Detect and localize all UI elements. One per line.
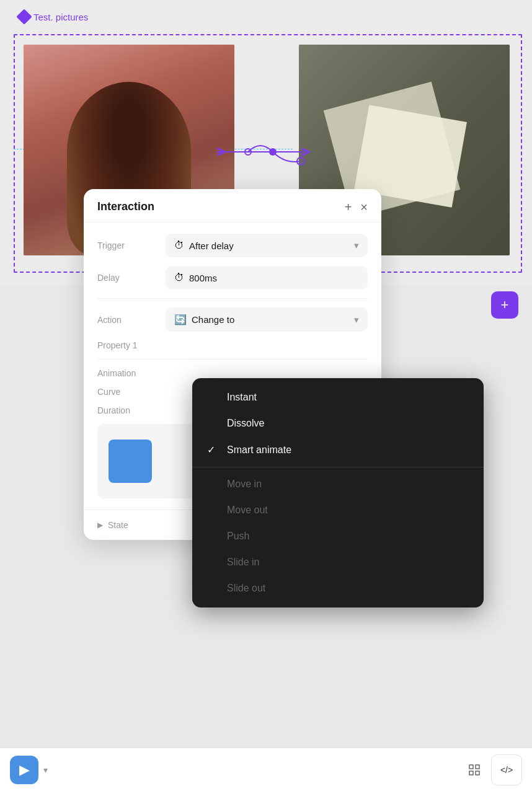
bottom-toolbar: ▶ ▾ </> [0, 748, 532, 791]
menu-item-move-out[interactable]: Move out [192, 497, 484, 523]
add-icon: + [501, 297, 509, 313]
move-out-label: Move out [227, 505, 268, 516]
close-panel-button[interactable]: × [360, 201, 368, 213]
canvas-title: Test. pictures [33, 12, 88, 22]
delay-control: ⏱ 800ms [166, 266, 368, 289]
toolbar-chevron-icon[interactable]: ▾ [43, 765, 48, 775]
state-chevron-icon: ▶ [97, 521, 103, 529]
svg-rect-6 [476, 765, 479, 769]
animation-row: Animation [97, 368, 368, 378]
trigger-value: After delay [189, 241, 234, 251]
add-interaction-button[interactable]: + [345, 201, 352, 213]
action-icon: 🔄 [174, 314, 187, 325]
panel-title: Interaction [97, 200, 154, 213]
move-in-check-icon [207, 479, 219, 490]
menu-item-instant[interactable]: Instant [192, 384, 484, 410]
action-value: Change to [192, 314, 234, 325]
svg-rect-5 [469, 765, 473, 769]
menu-item-slide-out[interactable]: Slide out [192, 575, 484, 601]
duration-label: Duration [97, 405, 166, 415]
delay-label: Delay [97, 273, 166, 283]
toolbar-code-button[interactable]: </> [491, 754, 522, 785]
menu-item-push[interactable]: Push [192, 523, 484, 549]
slide-out-check-icon [207, 583, 219, 594]
dissolve-label: Dissolve [227, 418, 264, 429]
toolbar-logo-icon: ▶ [19, 762, 30, 778]
code-icon: </> [500, 765, 513, 775]
delay-row: Delay ⏱ 800ms [97, 266, 368, 289]
slide-in-label: Slide in [227, 557, 259, 568]
push-check-icon [207, 531, 219, 542]
trigger-row: Trigger ⏱ After delay ▾ [97, 234, 368, 257]
dissolve-check-icon [207, 418, 219, 429]
animation-dropdown-menu: Instant Dissolve ✓ Smart animate Move in… [192, 378, 484, 608]
panel-header-actions: + × [345, 201, 368, 213]
action-label: Action [97, 315, 166, 325]
diamond-icon [16, 9, 32, 24]
delay-input[interactable]: ⏱ 800ms [166, 266, 368, 289]
action-chevron-icon: ▾ [354, 314, 359, 325]
instant-check-icon [207, 392, 219, 403]
animation-label: Animation [97, 368, 166, 378]
curve-label: Curve [97, 387, 166, 397]
menu-divider [192, 467, 484, 467]
state-label: State [108, 520, 128, 530]
add-frame-button[interactable]: + [491, 291, 518, 319]
trigger-chevron-icon: ▾ [354, 240, 359, 251]
push-label: Push [227, 531, 249, 542]
preview-blue-button[interactable] [109, 440, 152, 483]
toolbar-frame-tool[interactable] [468, 763, 481, 777]
menu-item-smart-animate[interactable]: ✓ Smart animate [192, 436, 484, 463]
property-label: Property 1 [97, 340, 166, 350]
delay-icon: ⏱ [174, 272, 184, 283]
menu-item-dissolve[interactable]: Dissolve [192, 410, 484, 436]
action-dropdown[interactable]: 🔄 Change to ▾ [166, 307, 368, 332]
move-in-label: Move in [227, 479, 262, 490]
smart-animate-check-icon: ✓ [207, 444, 219, 456]
trigger-control: ⏱ After delay ▾ [166, 234, 368, 257]
property-row: Property 1 [97, 340, 368, 350]
slide-out-label: Slide out [227, 583, 265, 594]
panel-header: Interaction + × [84, 189, 381, 223]
trigger-icon: ⏱ [174, 240, 184, 251]
action-row: Action 🔄 Change to ▾ [97, 307, 368, 332]
menu-item-move-in[interactable]: Move in [192, 471, 484, 497]
delay-value: 800ms [189, 273, 217, 283]
trigger-label: Trigger [97, 241, 166, 250]
action-control: 🔄 Change to ▾ [166, 307, 368, 332]
toolbar-icons: </> [468, 754, 522, 785]
divider-1 [97, 298, 368, 299]
move-out-check-icon [207, 505, 219, 516]
frame-tool-icon [468, 763, 481, 777]
slide-in-check-icon [207, 557, 219, 568]
canvas-label: Test. pictures [19, 11, 88, 22]
menu-item-slide-in[interactable]: Slide in [192, 549, 484, 575]
divider-2 [97, 359, 368, 360]
smart-animate-label: Smart animate [227, 444, 291, 456]
svg-rect-7 [469, 771, 473, 775]
instant-label: Instant [227, 392, 257, 403]
toolbar-logo[interactable]: ▶ [10, 756, 38, 784]
trigger-dropdown[interactable]: ⏱ After delay ▾ [166, 234, 368, 257]
svg-rect-8 [476, 771, 479, 775]
